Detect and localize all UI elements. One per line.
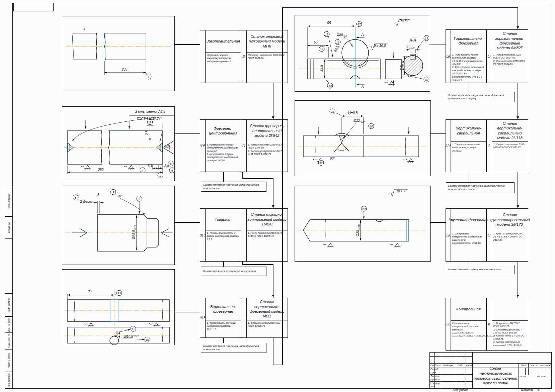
surface-balloon: 17 <box>356 21 362 27</box>
op-block-025: 025 Вертикально-сверлильная 1. Сверлить … <box>446 119 528 172</box>
connector-line <box>469 262 469 265</box>
machine-tools: 1. Сверло спиральное 2300-0079 Р6М5 ГОСТ… <box>492 142 528 172</box>
op-block-015: 015 Вертикально-фрезерная 1. Фрезеровать… <box>200 298 288 338</box>
connector-line <box>273 338 273 365</box>
surface-balloon: 5 <box>169 168 175 173</box>
connector-line <box>273 83 273 119</box>
frame-side-label: Инв. № подл. <box>8 373 10 387</box>
op-title: Контрольная <box>451 298 486 321</box>
surface-balloon: 18 <box>424 77 429 83</box>
connector-line <box>273 178 273 209</box>
surface-balloon: 21 <box>330 109 335 114</box>
machine-title: Станок токарно-винторезный модели 16К20 <box>247 209 288 230</box>
frame-side-cell: Подп. и дата <box>5 293 13 317</box>
frame-side-label: Перв. примен. <box>8 194 10 209</box>
dimension-label: Ø12-0,27 <box>353 119 365 123</box>
dimension-label: 4 <box>84 28 85 31</box>
tb-row-nkontr: Н.контр. <box>430 382 441 384</box>
machine-tools: 1. Фреза концевая 2220-0011 ГОСТ 17025-7… <box>247 320 288 337</box>
format-label: Формат <box>521 388 533 392</box>
op-block-zagotovitelnaya: Заготовительная Отрезать черную заготовк… <box>200 30 288 83</box>
tb-scale-label: Масштаб <box>540 364 551 367</box>
sketch-mill-centering: 2 отв. центр. А2,5ГОСТ 14034-742,560°3,1… <box>62 106 175 181</box>
machine-tools: 1. Резец проходной 2103-0071 Т15К10 ГОСТ… <box>247 230 288 261</box>
tb-row-razrab: Разраб. <box>430 368 439 370</box>
dimension-label: 2 отв. центр. А2,5 <box>135 110 165 113</box>
surface-balloon: 12 <box>116 290 122 296</box>
connector-line <box>242 264 273 265</box>
surface-balloon: 22 <box>318 160 324 166</box>
machine-tools: 1. Микрометр МК100-2 ГОСТ 6507-78. 2. Шт… <box>492 321 528 350</box>
machine-tools: 1. Круг ПП 100х50х60 24А 25-Н СТ1 6К А 3… <box>492 231 528 261</box>
connector-line <box>518 83 518 120</box>
op-qualifier: З <box>241 30 247 83</box>
tb-mass-label: Масса <box>531 364 538 367</box>
op-block-030: 030 Круглошлифовальная 1. Шлифовать пове… <box>446 208 528 262</box>
op-qualifier: К <box>486 298 492 351</box>
machine-title: Станок вертикально-сверлильный модели 2Н… <box>492 120 528 142</box>
tb-row-utv: Утв. <box>430 385 436 388</box>
flow-arrow <box>517 26 519 29</box>
machine-tools: 1. Фреза торцовая 2210-0063 ГОСТ 9304-69… <box>492 52 528 83</box>
frame-side-label: Инв. № дубл. <box>8 317 10 332</box>
frame-side-label: Справ. № <box>8 222 10 233</box>
connector-line <box>174 312 200 312</box>
op-qualifier: О <box>486 119 492 172</box>
op-number: 010 <box>200 208 206 262</box>
op-steps: Контроль всех поверхностей согласно разм… <box>451 321 486 350</box>
tb-row-rukovod: Руковод. <box>430 378 440 381</box>
surface-balloon: 1 <box>146 74 152 80</box>
tb-col-dokum: № докум. <box>443 364 454 367</box>
sketch-vertical-milling: 955-0,6Ø10,5+0,36121110 <box>62 269 175 345</box>
dimension-label: 95 <box>327 21 331 25</box>
drawing-sheet: Перв. примен.Справ. №Подп. и датаИнв. № … <box>0 0 555 392</box>
op-number: 005 <box>200 119 206 172</box>
machine-tools: Полотно ножовочное 2800-0002 ГОСТ 6645-8… <box>247 53 288 83</box>
dimension-label: 55 <box>314 40 317 44</box>
dimension-label: Ø25-0,013 <box>356 224 360 236</box>
op-title: Заготовительная <box>206 30 241 53</box>
op-steps: 1. Точить поверхность и фаски, выдержива… <box>206 230 241 261</box>
dimension-label: 5-0,6 <box>114 331 118 337</box>
machine-title <box>492 298 528 321</box>
copied-label: Копировал <box>453 388 468 392</box>
op-title: Вертикально-сверлильная <box>451 120 486 142</box>
connector-line <box>518 262 518 298</box>
op-qualifier <box>241 298 247 338</box>
op-number: 015 <box>200 298 206 338</box>
machine-title: Станок круглошлифовальный модели 3М173 <box>492 209 528 231</box>
dimension-label: 22,5 <box>333 45 340 53</box>
tb-sheets-label: Листов <box>537 375 546 378</box>
dimension-label: Ra 10,0 <box>374 44 386 47</box>
connector-line <box>430 133 446 134</box>
frame-side-cell: Перв. примен. <box>5 186 13 217</box>
dimension-label: 23,5 <box>320 65 323 71</box>
op-qualifier <box>241 208 247 262</box>
op-block-020: 020 Горизонтально-фрезерная 1. Фрезерова… <box>446 29 528 83</box>
base-note: Базами является центровые отверстия <box>201 267 266 276</box>
dimension-label: 285 <box>122 68 128 71</box>
dimension-label: 95 <box>88 289 91 293</box>
surface-balloon: 19 <box>424 35 429 41</box>
dimension-label: 44±0,8 <box>347 111 358 115</box>
connector-line <box>469 172 469 182</box>
dimension-label: Ø25-0,2 <box>337 33 347 37</box>
connector-line <box>242 178 273 179</box>
surface-balloon: 13 <box>327 83 333 89</box>
connector-line <box>430 222 446 223</box>
frame-side-label: Подп. и дата <box>8 353 10 368</box>
dimension-label: Ø10,5+0,36 <box>124 334 139 338</box>
connector-line <box>429 44 446 44</box>
op-block-010: 010 Токарная 1. Точить поверхность и фас… <box>200 208 288 262</box>
op-steps: 1. Фрезеровать торцы одновременно, выдер… <box>206 142 241 172</box>
tb-lit-label: Лит. <box>521 364 526 367</box>
flow-arrow <box>517 205 519 208</box>
dimension-label: 7,5-0,36 <box>400 61 404 71</box>
op-qualifier: О <box>486 29 492 83</box>
sketch-grinding: Ra 1,25Ø25-0,01323 <box>295 186 431 262</box>
op-steps: 1. Сверлить отверстие, выдерживая размер… <box>451 142 486 172</box>
surface-balloon: 4 <box>140 168 146 173</box>
dimension-label: 2,5 <box>145 130 149 135</box>
op-steps: 1. Шлифовать поверхность, выдерживая раз… <box>451 231 486 261</box>
op-title: Фрезерно-центровальная <box>206 120 241 142</box>
